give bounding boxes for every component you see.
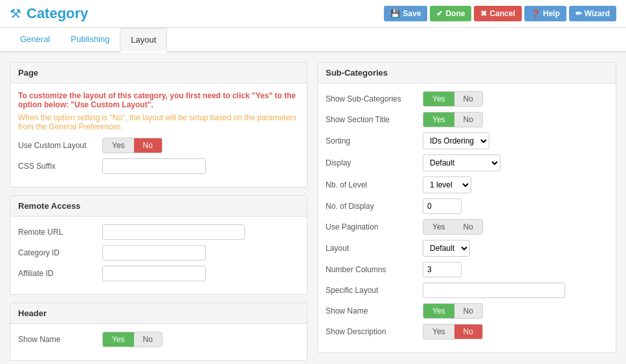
use-pagination-row: Use Pagination Yes No: [326, 219, 608, 235]
tab-general[interactable]: General: [10, 28, 60, 52]
header-section-title: Header: [10, 303, 307, 324]
right-column: Sub-Categories Show Sub-Categories Yes N…: [317, 62, 616, 361]
header-section: Header Show Name Yes No: [10, 303, 307, 361]
use-pagination-toggle: Yes No: [423, 219, 483, 235]
alert-red-text: To customize the layout of this category…: [18, 91, 299, 109]
category-id-input[interactable]: [102, 245, 206, 261]
affiliate-id-input[interactable]: [102, 266, 206, 281]
tab-publishing[interactable]: Publishing: [60, 28, 120, 52]
sorting-row: Sorting IDs Ordering Alphabetical Date: [326, 133, 608, 149]
done-button[interactable]: ✔ Done: [430, 6, 471, 21]
toolbar: 💾 Save ✔ Done ✖ Cancel ❓ Help ✏ Wizard: [384, 6, 616, 21]
main-content: Page To customize the layout of this cat…: [0, 52, 626, 364]
remote-url-control: [102, 224, 299, 240]
use-custom-layout-label: Use Custom Layout: [18, 141, 102, 150]
use-pagination-no[interactable]: No: [454, 220, 482, 234]
show-description-toggle: Yes No: [423, 324, 483, 339]
show-name-row: Show Name Yes No: [326, 303, 608, 319]
nb-level-label: Nb. of Level: [326, 180, 423, 189]
subcategories-title: Sub-Categories: [318, 63, 616, 83]
wizard-button[interactable]: ✏ Wizard: [569, 6, 616, 21]
number-columns-label: Number Columns: [326, 265, 423, 274]
no-display-label: No. of Display: [326, 202, 423, 211]
remote-url-row: Remote URL: [18, 224, 299, 240]
category-id-control: [102, 245, 299, 261]
header-show-name-yes[interactable]: Yes: [103, 332, 134, 347]
tabs-bar: General Publishing Layout: [0, 28, 626, 52]
tab-layout[interactable]: Layout: [120, 28, 167, 52]
show-description-no[interactable]: No: [454, 325, 482, 339]
specific-layout-label: Specific Layout: [326, 286, 423, 295]
remote-url-label: Remote URL: [18, 228, 102, 237]
css-suffix-row: CSS Suffix: [18, 158, 299, 174]
show-subcategories-toggle: Yes No: [423, 91, 483, 107]
category-id-label: Category ID: [18, 248, 102, 257]
show-section-title-yes[interactable]: Yes: [423, 112, 454, 127]
show-name-yes[interactable]: Yes: [423, 304, 454, 318]
specific-layout-row: Specific Layout: [326, 283, 608, 298]
subcategories-body: Show Sub-Categories Yes No Show Section …: [318, 83, 616, 352]
alert-orange-text: When the option setting is "No", the lay…: [18, 113, 299, 131]
done-icon: ✔: [436, 9, 443, 18]
top-bar: ⚒ Category 💾 Save ✔ Done ✖ Cancel ❓ Help…: [0, 0, 626, 28]
save-icon: 💾: [390, 9, 400, 18]
show-name-label: Show Name: [326, 306, 423, 316]
layout-label: Layout: [326, 244, 423, 253]
header-show-name-row: Show Name Yes No: [18, 332, 299, 347]
use-custom-layout-row: Use Custom Layout Yes No: [18, 138, 299, 153]
css-suffix-label: CSS Suffix: [18, 162, 102, 171]
nb-level-row: Nb. of Level 1 level 2 levels 3 levels: [326, 177, 608, 193]
number-columns-row: Number Columns: [326, 262, 608, 277]
show-description-yes[interactable]: Yes: [423, 325, 454, 339]
header-show-name-no[interactable]: No: [134, 332, 162, 347]
header-section-body: Show Name Yes No: [10, 324, 307, 360]
css-suffix-input[interactable]: [102, 158, 206, 174]
save-button[interactable]: 💾 Save: [384, 6, 427, 21]
show-section-title-label: Show Section Title: [326, 115, 423, 124]
specific-layout-input[interactable]: [423, 283, 565, 298]
use-custom-layout-no[interactable]: No: [134, 138, 162, 153]
header-show-name-control: Yes No: [102, 332, 299, 347]
help-button[interactable]: ❓ Help: [524, 6, 566, 21]
use-pagination-yes[interactable]: Yes: [423, 220, 454, 234]
remote-url-input[interactable]: [102, 224, 245, 240]
page-title-area: ⚒ Category: [10, 5, 88, 22]
header-show-name-label: Show Name: [18, 335, 102, 344]
display-select[interactable]: Default List Grid: [423, 155, 500, 171]
wizard-icon: ✏: [576, 9, 582, 18]
show-subcategories-row: Show Sub-Categories Yes No: [326, 91, 608, 107]
css-suffix-control: [102, 158, 299, 174]
no-display-row: No. of Display: [326, 198, 608, 214]
page-title: Category: [27, 5, 88, 22]
show-description-label: Show Description: [326, 327, 423, 336]
remote-access-title: Remote Access: [10, 196, 307, 217]
nb-level-select[interactable]: 1 level 2 levels 3 levels: [423, 177, 471, 193]
show-name-no[interactable]: No: [454, 304, 482, 318]
show-section-title-row: Show Section Title Yes No: [326, 112, 608, 127]
show-subcategories-label: Show Sub-Categories: [326, 94, 423, 103]
use-pagination-label: Use Pagination: [326, 222, 423, 231]
show-section-title-no[interactable]: No: [454, 112, 482, 127]
help-icon: ❓: [531, 9, 541, 18]
sorting-label: Sorting: [326, 136, 423, 145]
cancel-button[interactable]: ✖ Cancel: [474, 6, 521, 21]
affiliate-id-control: [102, 266, 299, 281]
page-section-title: Page: [10, 63, 307, 83]
display-row: Display Default List Grid: [326, 155, 608, 171]
use-custom-layout-control: Yes No: [102, 138, 299, 153]
show-subcategories-no[interactable]: No: [454, 92, 482, 106]
left-column: Page To customize the layout of this cat…: [10, 62, 307, 361]
use-custom-layout-yes[interactable]: Yes: [103, 138, 134, 153]
show-section-title-toggle: Yes No: [423, 112, 483, 127]
category-icon: ⚒: [10, 6, 21, 21]
sorting-select[interactable]: IDs Ordering Alphabetical Date: [423, 133, 489, 149]
layout-select[interactable]: Default Blog List: [423, 240, 470, 257]
cancel-icon: ✖: [480, 9, 487, 18]
category-id-row: Category ID: [18, 245, 299, 261]
header-show-name-toggle: Yes No: [102, 332, 162, 347]
remote-access-section: Remote Access Remote URL Category ID: [10, 195, 307, 295]
display-label: Display: [326, 158, 423, 167]
show-subcategories-yes[interactable]: Yes: [423, 92, 454, 106]
number-columns-input[interactable]: [423, 262, 462, 277]
no-display-input[interactable]: [423, 198, 462, 214]
